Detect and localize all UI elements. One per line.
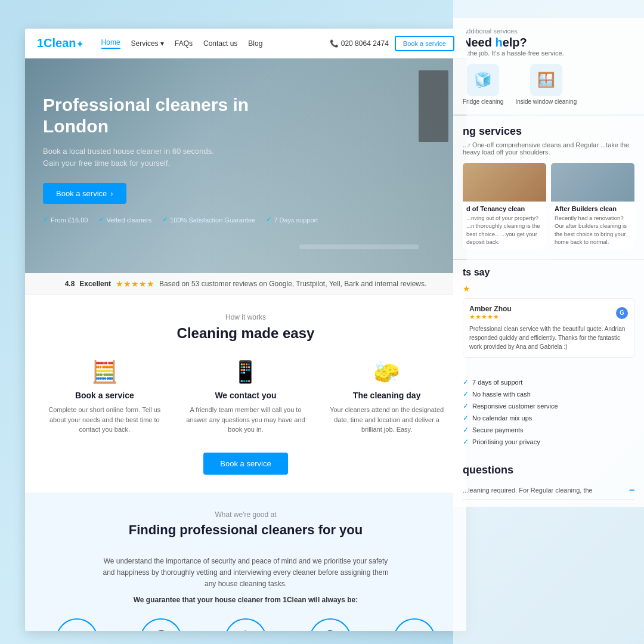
checklist-label-1: 7 days of support xyxy=(472,379,522,386)
rating-bar: 4.8 Excellent ★★★★★ Based on 53 customer… xyxy=(25,273,466,295)
fridge-label: Fridge cleaning xyxy=(463,98,503,105)
how-book-button[interactable]: Book a service xyxy=(203,453,287,475)
tenancy-card[interactable]: d of Tenancy clean ...nving out of your … xyxy=(463,163,546,249)
builders-card-info: After Builders clean Recently had a reno… xyxy=(551,202,634,249)
feature-happy: ⭐ Happy to help xyxy=(382,618,447,631)
hero-badge-vetted: Vetted cleaners xyxy=(98,216,151,224)
check-icon-5: ✓ xyxy=(463,426,469,434)
step-contact: 📱 We contact you A friendly team member … xyxy=(186,360,305,435)
step-cleaning: 🧽 The cleaning day Your cleaners attend … xyxy=(327,360,447,435)
nav-services[interactable]: Services ▾ xyxy=(131,39,164,48)
checklist-support: ✓ 7 days of support xyxy=(463,378,634,386)
rp-cleaning-desc: ...r One-off comprehensive cleans and Re… xyxy=(463,141,634,156)
english-icon: 💬 xyxy=(140,618,182,631)
rating-label: Excellent xyxy=(79,280,111,288)
check-icon-1: ✓ xyxy=(463,378,469,386)
how-title: Cleaning made easy xyxy=(37,325,454,342)
nav-home[interactable]: Home xyxy=(101,38,120,49)
hero-badge-support: 7 Days support xyxy=(266,216,318,224)
tenancy-card-desc: ...nving out of your property? ...n thor… xyxy=(466,214,543,246)
rating-text: Based on 53 customer reviews on Google, … xyxy=(159,280,426,288)
checklist-cash: ✓ No hassle with cash xyxy=(463,390,634,398)
step-cleaning-title: The cleaning day xyxy=(327,391,447,400)
step-book-desc: Complete our short online form. Tell us … xyxy=(45,405,164,435)
tenancy-card-info: d of Tenancy clean ...nving out of your … xyxy=(463,202,546,249)
arrow-icon: › xyxy=(110,189,113,198)
hero-badge-guarantee: 100% Satisfaction Guarantee xyxy=(162,216,255,224)
fridge-icon: 🧊 xyxy=(467,64,499,96)
checklist-privacy: ✓ Prioritising your privacy xyxy=(463,438,634,446)
check-icon-4: ✓ xyxy=(463,414,469,422)
rp-help-question: Need help? xyxy=(463,36,634,49)
faq-title: questions xyxy=(463,464,634,476)
rp-help-desc: ...the job. It's a hassle-free service. xyxy=(463,49,634,57)
rp-cleaning-title: ng services xyxy=(463,125,634,138)
check-icon-2: ✓ xyxy=(463,390,469,398)
how-subtitle: How it works xyxy=(37,313,454,321)
step-cleaning-icon: 🧽 xyxy=(327,360,447,385)
feature-vetted: 📋 Thoroughly vetted xyxy=(213,618,278,631)
reviewer-name: Amber Zhou xyxy=(469,305,512,313)
how-it-works-section: How it works Cleaning made easy 🧮 Book a… xyxy=(25,295,466,493)
step-book: 🧮 Book a service Complete our short onli… xyxy=(45,360,164,435)
navigation: 1Clean✦ Home Services ▾ FAQs Contact us … xyxy=(25,29,466,58)
feature-english: 💬 English speaking xyxy=(128,618,194,631)
builders-card-title: After Builders clean xyxy=(555,205,631,212)
nav-blog[interactable]: Blog xyxy=(248,39,262,48)
checklist-label-6: Prioritising your privacy xyxy=(472,438,540,445)
feature-interviewed: 👤 Interviewed in-person xyxy=(298,618,363,631)
faq-item[interactable]: ...leaning required. For Regular cleanin… xyxy=(463,481,634,500)
check-icon-3: ✓ xyxy=(463,402,469,410)
review-card: Amber Zhou ★★★★★ G Professional clean se… xyxy=(463,298,634,358)
step-contact-icon: 📱 xyxy=(186,360,305,385)
vetted-icon: 📋 xyxy=(225,618,267,631)
checklist-label-3: Responsive customer service xyxy=(472,402,558,410)
builders-card-desc: Recently had a renovation? Our after bui… xyxy=(555,214,631,246)
finding-desc: We understand the importance of security… xyxy=(97,556,395,590)
rp-faq: questions ...leaning required. For Regul… xyxy=(453,457,644,507)
tenancy-card-image xyxy=(463,163,546,202)
nav-book-button[interactable]: Book a service xyxy=(395,36,454,51)
experienced-icon: 💎 xyxy=(56,618,98,631)
review-header: Amber Zhou ★★★★★ G xyxy=(469,305,628,321)
right-panel: Additional services Need help? ...the jo… xyxy=(453,0,644,644)
builders-card[interactable]: After Builders clean Recently had a reno… xyxy=(551,163,634,249)
nav-links: Home Services ▾ FAQs Contact us Blog xyxy=(101,38,330,49)
rating-stars: ★★★★★ xyxy=(116,279,154,289)
main-website-panel: 1Clean✦ Home Services ▾ FAQs Contact us … xyxy=(25,29,466,631)
window-icon: 🪟 xyxy=(530,64,562,96)
steps-row: 🧮 Book a service Complete our short onli… xyxy=(37,360,454,435)
faq-collapse-icon[interactable]: − xyxy=(629,485,634,496)
checklist-responsive: ✓ Responsive customer service xyxy=(463,402,634,410)
review-meta: ★ xyxy=(463,284,634,293)
hero-cta-text: Book a service xyxy=(56,189,107,198)
rp-window-item: 🪟 Inside window cleaning xyxy=(515,64,577,105)
hero-title: Professional cleaners in London xyxy=(43,94,270,137)
nav-phone: 📞 020 8064 2474 xyxy=(330,39,388,48)
checklist-label-2: No hassle with cash xyxy=(472,391,531,398)
rp-reviews: ts say ★ Amber Zhou ★★★★★ G Professional… xyxy=(453,260,644,371)
rp-checklist: ✓ 7 days of support ✓ No hassle with cas… xyxy=(453,371,644,457)
hero-book-button[interactable]: Book a service › xyxy=(43,183,126,204)
review-star: ★ xyxy=(463,284,470,293)
interviewed-icon: 👤 xyxy=(309,618,351,631)
step-cleaning-desc: Your cleaners attend on the designated d… xyxy=(327,405,447,435)
finding-subtitle: What we're good at xyxy=(37,510,454,519)
checklist-calendar: ✓ No calendar mix ups xyxy=(463,414,634,422)
nav-contact[interactable]: Contact us xyxy=(203,39,237,48)
hero-badges: From £16.00 Vetted cleaners 100% Satisfa… xyxy=(43,216,448,224)
step-book-icon: 🧮 xyxy=(45,360,164,385)
tenancy-card-title: d of Tenancy clean xyxy=(466,205,543,212)
window-label: Inside window cleaning xyxy=(515,98,577,105)
google-logo: G xyxy=(616,307,628,319)
nav-faqs[interactable]: FAQs xyxy=(175,39,193,48)
hero-content: Professional cleaners in London Book a l… xyxy=(25,58,466,236)
logo-text: 1Clean xyxy=(37,36,76,49)
brand-logo[interactable]: 1Clean✦ xyxy=(37,36,83,50)
rp-fridge-item: 🧊 Fridge cleaning xyxy=(463,64,503,105)
rp-cleaning-services: ng services ...r One-off comprehensive c… xyxy=(453,116,644,259)
hero-subtitle: Book a local trusted house cleaner in 60… xyxy=(43,145,448,169)
step-contact-desc: A friendly team member will call you to … xyxy=(186,405,305,435)
happy-icon: ⭐ xyxy=(394,618,435,631)
step-contact-title: We contact you xyxy=(186,391,305,400)
